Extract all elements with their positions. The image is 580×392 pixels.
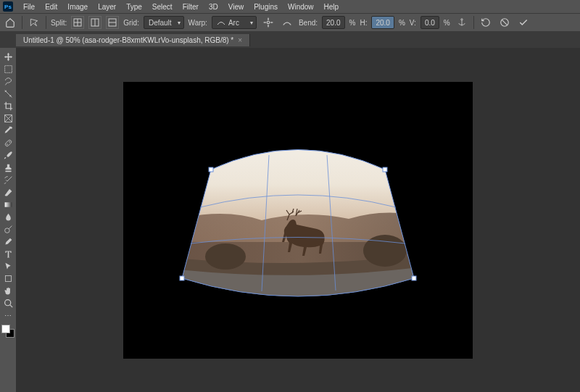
svg-point-17 (9, 141, 9, 142)
bend-input[interactable]: 20.0 (322, 16, 344, 29)
h-label: H: (360, 19, 367, 27)
path-tool[interactable] (0, 260, 16, 272)
warp-dropdown[interactable]: Arc (212, 16, 257, 29)
warp-label: Warp: (188, 19, 207, 27)
document-tab-title: Untitled-1 @ 50% (asa-rodger-B8xmtKWLrVo… (23, 36, 233, 44)
svg-point-8 (461, 19, 463, 20)
pct-label: % (444, 19, 450, 27)
menu-help[interactable]: Help (320, 1, 344, 12)
menu-edit[interactable]: Edit (41, 1, 62, 12)
svg-point-25 (205, 243, 246, 270)
warped-image[interactable] (160, 126, 436, 314)
crop-tool[interactable] (0, 100, 16, 112)
svg-point-16 (7, 144, 7, 145)
transform-icon[interactable] (27, 15, 41, 30)
grid-label: Grid: (123, 19, 139, 27)
anchor-icon[interactable] (455, 15, 469, 30)
grid-dropdown[interactable]: Default (144, 16, 184, 29)
zoom-tool[interactable] (0, 297, 16, 309)
marquee-tool[interactable] (0, 63, 16, 75)
gradient-tool[interactable] (0, 199, 16, 211)
tab-bar: Untitled-1 @ 50% (asa-rodger-B8xmtKWLrVo… (0, 32, 580, 48)
menu-filter[interactable]: Filter (178, 1, 203, 12)
h-input[interactable]: 20.0 (371, 16, 394, 29)
menu-3d[interactable]: 3D (204, 1, 223, 12)
edit-toolbar[interactable]: ⋯ (0, 309, 16, 322)
pct-label: % (349, 19, 356, 27)
warp-value: Arc (228, 19, 239, 27)
pen-tool[interactable] (0, 235, 16, 248)
svg-rect-28 (383, 167, 387, 172)
wand-tool[interactable] (0, 88, 16, 100)
shape-tool[interactable] (0, 272, 16, 285)
home-icon[interactable] (3, 15, 17, 30)
menu-plugins[interactable]: Plugins (249, 1, 282, 12)
menu-view[interactable]: View (224, 1, 249, 12)
eraser-tool[interactable] (0, 186, 16, 199)
canvas-area[interactable] (16, 48, 580, 392)
split-horiz-btn[interactable] (106, 16, 119, 29)
commit-icon[interactable] (516, 15, 531, 30)
menu-file[interactable]: File (19, 1, 39, 12)
menu-select[interactable]: Select (148, 1, 177, 12)
lasso-tool[interactable] (0, 75, 16, 88)
svg-rect-30 (412, 276, 416, 280)
history-brush-tool[interactable] (0, 174, 16, 186)
gear-icon[interactable] (261, 15, 276, 30)
healing-tool[interactable] (0, 137, 16, 149)
close-icon[interactable]: × (238, 36, 242, 44)
svg-point-22 (4, 300, 10, 306)
bend-label: Bend: (299, 19, 318, 27)
document-tab[interactable]: Untitled-1 @ 50% (asa-rodger-B8xmtKWLrVo… (16, 34, 250, 46)
svg-point-26 (363, 235, 407, 267)
divider (473, 16, 474, 29)
photoshop-icon: Ps (3, 1, 13, 12)
v-label: V: (410, 19, 416, 27)
svg-rect-18 (4, 202, 12, 207)
hand-tool[interactable] (0, 285, 16, 297)
foreground-color-swatch[interactable] (1, 325, 10, 333)
move-tool[interactable] (0, 51, 16, 63)
split-vert-btn[interactable] (88, 16, 102, 29)
cancel-icon[interactable] (497, 15, 512, 30)
dodge-tool[interactable] (0, 223, 16, 235)
svg-line-23 (9, 305, 12, 307)
type-tool[interactable] (0, 248, 16, 260)
pct-label: % (399, 19, 405, 27)
reset-icon[interactable] (478, 15, 493, 30)
svg-rect-11 (4, 66, 12, 73)
svg-line-10 (502, 20, 508, 25)
frame-tool[interactable] (0, 112, 16, 125)
options-bar: Split: Grid: Default Warp: Arc Bend: 20.… (0, 13, 580, 32)
split-grid-btn[interactable] (71, 16, 84, 29)
menu-type[interactable]: Type (122, 1, 146, 12)
menu-layer[interactable]: Layer (94, 1, 120, 12)
svg-point-7 (267, 21, 270, 24)
workspace: ⋯ (0, 48, 580, 392)
svg-line-20 (9, 226, 12, 229)
color-swatches[interactable] (1, 325, 14, 338)
divider (46, 16, 46, 29)
eyedropper-tool[interactable] (0, 125, 16, 137)
orientation-icon[interactable] (280, 15, 294, 30)
svg-rect-27 (209, 167, 213, 172)
svg-point-19 (4, 228, 9, 233)
v-input[interactable]: 0.0 (420, 16, 439, 29)
menu-image[interactable]: Image (63, 1, 92, 12)
menu-bar: Ps File Edit Image Layer Type Select Fil… (0, 0, 580, 13)
stamp-tool[interactable] (0, 162, 16, 174)
tools-panel: ⋯ (0, 48, 16, 392)
brush-tool[interactable] (0, 149, 16, 162)
blur-tool[interactable] (0, 211, 16, 223)
divider (22, 16, 22, 29)
split-label: Split: (51, 19, 67, 27)
menu-window[interactable]: Window (283, 1, 318, 12)
svg-rect-21 (5, 275, 11, 281)
svg-rect-29 (180, 276, 184, 280)
document-canvas[interactable] (123, 82, 473, 359)
svg-rect-15 (4, 139, 12, 146)
